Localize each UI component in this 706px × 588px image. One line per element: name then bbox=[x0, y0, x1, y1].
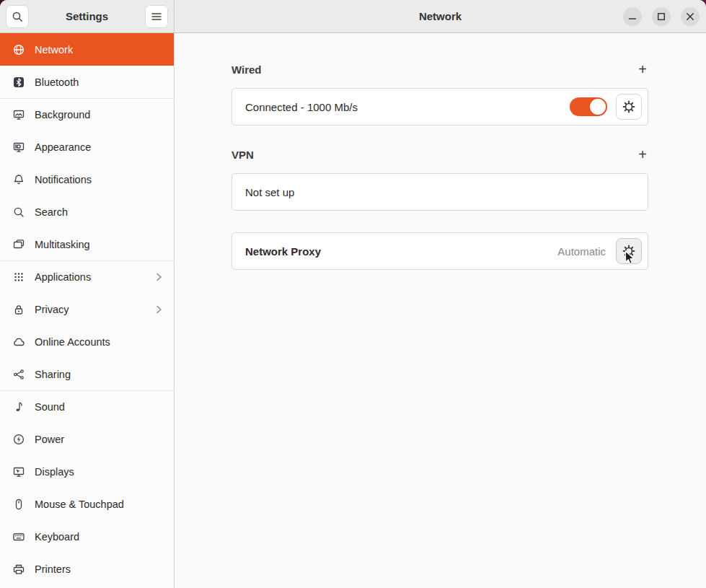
sidebar-item-background[interactable]: Background bbox=[0, 98, 174, 131]
sidebar-item-applications[interactable]: Applications bbox=[0, 260, 174, 293]
wired-settings-button[interactable] bbox=[616, 94, 642, 120]
sidebar-item-printers[interactable]: Printers bbox=[0, 553, 174, 585]
toggle-knob bbox=[590, 99, 606, 115]
power-icon bbox=[12, 433, 25, 446]
add-wired-connection-button[interactable]: + bbox=[637, 63, 648, 76]
maximize-button[interactable] bbox=[652, 7, 671, 26]
background-icon bbox=[12, 108, 25, 121]
display-icon bbox=[12, 465, 25, 478]
page-title: Network bbox=[419, 10, 462, 22]
sidebar-item-label: Applications bbox=[35, 271, 143, 283]
apps-grid-icon bbox=[12, 271, 25, 284]
window-controls bbox=[623, 7, 700, 26]
wired-toggle[interactable] bbox=[570, 97, 607, 116]
add-vpn-button[interactable]: + bbox=[637, 148, 648, 161]
network-panel: Wired + Connected - 1000 Mb/s VPN + Not … bbox=[175, 33, 706, 588]
sidebar-item-sharing[interactable]: Sharing bbox=[0, 358, 174, 390]
sidebar-item-label: Keyboard bbox=[35, 531, 165, 543]
gear-icon bbox=[622, 100, 635, 113]
wired-connection-row[interactable]: Connected - 1000 Mb/s bbox=[231, 88, 648, 126]
sidebar-item-label: Online Accounts bbox=[35, 336, 165, 348]
search-icon bbox=[12, 206, 25, 219]
sidebar-item-label: Printers bbox=[35, 563, 165, 575]
cloud-icon bbox=[12, 335, 25, 348]
settings-window: Settings Network bbox=[0, 0, 706, 588]
bell-icon bbox=[12, 173, 25, 186]
multitasking-icon bbox=[12, 238, 25, 251]
gear-icon bbox=[622, 245, 635, 258]
sidebar-item-label: Notifications bbox=[35, 174, 165, 185]
sidebar-item-label: Sound bbox=[35, 401, 165, 413]
wired-section-header: Wired + bbox=[231, 62, 648, 76]
search-button[interactable] bbox=[6, 5, 29, 28]
headerbar: Settings Network bbox=[0, 0, 706, 33]
close-button[interactable] bbox=[681, 7, 700, 26]
sidebar-item-label: Sharing bbox=[35, 369, 165, 380]
wired-status-text: Connected - 1000 Mb/s bbox=[245, 101, 358, 113]
vpn-status-row: Not set up bbox=[231, 173, 648, 211]
sidebar-item-keyboard[interactable]: Keyboard bbox=[0, 520, 174, 553]
sidebar-item-label: Network bbox=[35, 44, 165, 56]
network-proxy-row[interactable]: Network Proxy Automatic bbox=[231, 232, 648, 270]
sidebar-item-label: Power bbox=[35, 434, 165, 445]
sidebar-item-displays[interactable]: Displays bbox=[0, 455, 174, 488]
sidebar-item-label: Mouse & Touchpad bbox=[35, 499, 165, 510]
sidebar-item-label: Displays bbox=[35, 466, 165, 478]
sidebar-item-mouse-touchpad[interactable]: Mouse & Touchpad bbox=[0, 488, 174, 520]
music-note-icon bbox=[12, 400, 25, 413]
minimize-icon bbox=[623, 7, 642, 26]
sidebar-item-sound[interactable]: Sound bbox=[0, 390, 174, 423]
share-icon bbox=[12, 368, 25, 381]
headerbar-left: Settings bbox=[0, 0, 175, 32]
vpn-heading: VPN bbox=[231, 149, 254, 161]
sidebar-item-privacy[interactable]: Privacy bbox=[0, 293, 174, 325]
vpn-section-header: VPN + bbox=[231, 147, 648, 162]
mouse-icon bbox=[12, 498, 25, 511]
close-icon bbox=[681, 7, 700, 26]
sidebar-item-label: Search bbox=[35, 206, 165, 218]
sidebar-item-label: Bluetooth bbox=[35, 76, 165, 88]
globe-icon bbox=[12, 43, 25, 56]
sidebar-item-appearance[interactable]: Appearance bbox=[0, 131, 174, 163]
settings-window-title: Settings bbox=[66, 10, 108, 22]
headerbar-right: Network bbox=[175, 0, 706, 32]
bluetooth-icon bbox=[12, 76, 25, 89]
network-proxy-title: Network Proxy bbox=[245, 245, 321, 258]
sidebar-item-label: Multitasking bbox=[35, 239, 165, 250]
maximize-icon bbox=[652, 7, 671, 26]
minimize-button[interactable] bbox=[623, 7, 642, 26]
vpn-status-text: Not set up bbox=[245, 186, 294, 198]
search-icon bbox=[12, 11, 24, 23]
proxy-mode-value: Automatic bbox=[557, 245, 606, 258]
primary-menu-button[interactable] bbox=[145, 5, 168, 28]
sidebar-item-notifications[interactable]: Notifications bbox=[0, 163, 174, 196]
lock-icon bbox=[12, 303, 25, 316]
hamburger-menu-icon bbox=[151, 12, 162, 22]
sidebar-item-multitasking[interactable]: Multitasking bbox=[0, 228, 174, 260]
wired-heading: Wired bbox=[231, 63, 262, 76]
sidebar-item-search[interactable]: Search bbox=[0, 196, 174, 228]
sidebar-item-label: Appearance bbox=[35, 141, 165, 153]
sidebar-item-label: Privacy bbox=[35, 304, 143, 315]
chevron-right-icon bbox=[152, 271, 165, 284]
appearance-icon bbox=[12, 141, 25, 154]
sidebar-item-power[interactable]: Power bbox=[0, 423, 174, 455]
sidebar-item-online-accounts[interactable]: Online Accounts bbox=[0, 325, 174, 358]
printer-icon bbox=[12, 563, 25, 576]
sidebar-item-bluetooth[interactable]: Bluetooth bbox=[0, 66, 174, 98]
chevron-right-icon bbox=[152, 303, 165, 316]
network-proxy-settings-button[interactable] bbox=[616, 238, 642, 264]
sidebar: Network Bluetooth Background Appearance bbox=[0, 33, 175, 588]
keyboard-icon bbox=[12, 530, 25, 543]
sidebar-item-label: Background bbox=[35, 109, 165, 120]
sidebar-item-network[interactable]: Network bbox=[0, 33, 174, 66]
